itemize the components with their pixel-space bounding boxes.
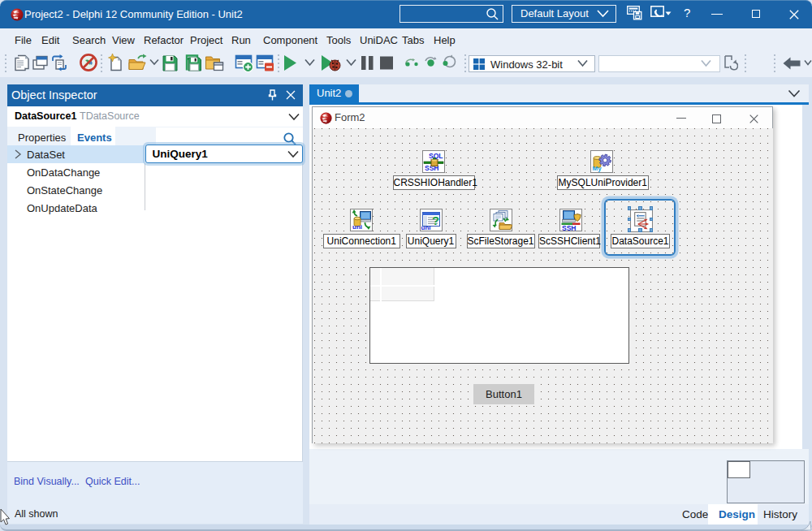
svg-text:SSH: SSH [562, 224, 576, 231]
svg-text:My: My [593, 165, 603, 172]
svg-text:uni: uni [352, 223, 362, 231]
svg-text:?: ? [432, 214, 439, 227]
svg-text:uni: uni [421, 224, 430, 231]
